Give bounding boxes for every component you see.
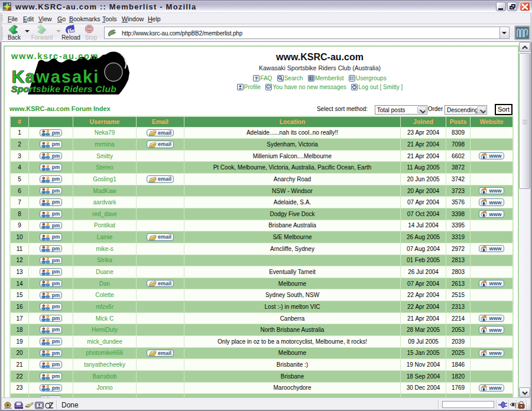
svg-text:www.ksrc-au.com: www.ksrc-au.com: [11, 51, 99, 61]
svg-text:Kawasaki: Kawasaki: [12, 67, 99, 86]
svg-text:Sportsbike Riders Club: Sportsbike Riders Club: [11, 84, 116, 94]
svg-text:?: ?: [255, 76, 258, 81]
